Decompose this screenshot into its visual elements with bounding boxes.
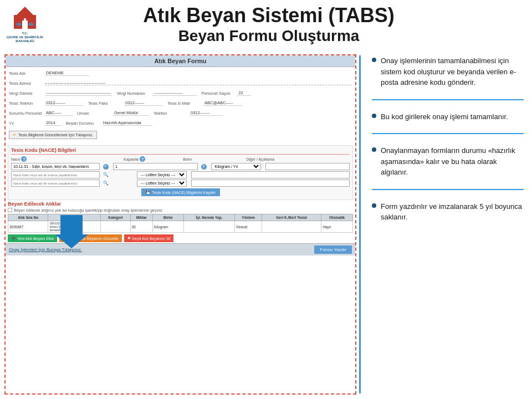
td-yontem: İhracat <box>235 221 262 233</box>
kapasite-help-icon-1[interactable]: ? <box>201 164 207 170</box>
no-atik-checkbox[interactable] <box>8 208 12 212</box>
diger-input-3[interactable] <box>191 180 350 187</box>
td-kategori <box>101 221 130 233</box>
vergi-dairesi-label: Vergi Dairesi <box>9 91 45 96</box>
separator-1 <box>372 99 524 100</box>
bullet-text-1: Onay işlemlerinin tamamlanabilmesi için … <box>381 55 524 88</box>
diger-input-1[interactable] <box>265 163 350 170</box>
title-line2: Beyan Formu Oluşturma <box>50 27 488 45</box>
arrow-head <box>55 234 88 248</box>
birim-select-1[interactable]: Kilogram / Yıl <box>211 163 261 170</box>
form-panel: Atık Beyan Formu Tesis Adı DENEME Tesis … <box>4 54 356 395</box>
bullet-dot-2 <box>372 114 376 118</box>
bullet-dot-1 <box>372 58 376 62</box>
nace-header-row: Nace ? Kapasite ? Birim Diğer / Açıklama <box>11 156 350 162</box>
nace-search-row3: 🔍 --- Lütfen Seçiniz --- <box>11 180 350 187</box>
th-miktar: Miktar <box>130 214 152 221</box>
th-isl-nerede: İşl. Nerede Yap. <box>183 214 235 221</box>
yil-row: Yıl 2014 Beyan Durumu Hazırlık Aşamasınd… <box>9 119 352 127</box>
tesis-update-button[interactable]: ✏ Tesis Bilgilerini Güncellemek İçin Tık… <box>9 131 97 139</box>
nace-input-1[interactable] <box>11 163 100 170</box>
update-btn-row: ✏ Tesis Bilgilerini Güncellemek İçin Tık… <box>9 129 352 141</box>
nace-search-input-3[interactable] <box>11 180 100 187</box>
th-yontem: Yöntem <box>235 214 262 221</box>
tesis-adresi-row: Tesis Adresi ---------------------------… <box>9 79 352 88</box>
delete-btn-label: Seçili Atık Beyanını Sil <box>132 237 171 241</box>
sorumlu-row: Sorumlu Personel ABC----- Unvan Genel Mü… <box>9 109 352 117</box>
birim-select-2[interactable]: --- Lütfen Seçiniz --- <box>137 171 187 178</box>
bullet-text-3: Onaylanmayan formların durumu «hazırlık … <box>381 145 524 178</box>
save-nace-button[interactable]: 💾 Tesis Kodu (NACE) Bilgilerini Kaydet <box>141 188 220 196</box>
beyan-section-title: Beyan Edilecek Atıklar <box>8 201 353 207</box>
nace-search-input-2[interactable] <box>11 171 100 178</box>
tesis-fields-section: Tesis Adı DENEME Tesis Adresi ----------… <box>6 67 355 144</box>
nace-search-row2: 🔍 --- Lütfen Seçiniz --- <box>11 171 350 178</box>
main-title-area: Atık Beyan Sistemi (TABS) Beyan Formu Ol… <box>50 4 532 45</box>
bullet-item-4: Form yazdırılır ve imzalanarak 5 yıl boy… <box>372 201 524 223</box>
nace-data-row1: 🔍 ? Kilogram / Yıl <box>11 163 350 170</box>
svg-marker-3 <box>17 7 33 15</box>
search-icon-2: 🔍 <box>103 172 109 177</box>
birim-col-header: Birim <box>183 157 192 161</box>
nace-search-icon-1[interactable]: 🔍 <box>103 164 109 170</box>
delete-beyan-button[interactable]: ✖ Seçili Atık Beyanını Sil <box>124 234 174 242</box>
save-disk-icon: 💾 <box>146 190 151 195</box>
diger-col-header: Diğer / Açıklama <box>246 157 274 161</box>
yil-label: Yıl <box>9 121 45 126</box>
yil-value: 2014 <box>45 120 62 126</box>
vergi-numarasi-label: Vergi Numarası <box>116 91 152 96</box>
nace-col-header: Nace <box>11 157 20 161</box>
unvan-value: Genel Müdür <box>113 110 149 116</box>
unvan-label: Unvan <box>77 111 113 116</box>
kapasite-col-header: Kapasite <box>124 157 139 161</box>
vergi-dairesi-value: ----------------------------------------… <box>45 90 112 96</box>
td-isl-nerede <box>183 221 235 233</box>
logo-text: T.C. ÇEVRE VE ŞEHİRCİLİK BAKANLIĞI <box>7 32 43 44</box>
logo-icon <box>11 7 39 32</box>
sorumlu-personel-label: Sorumlu Personel <box>9 111 45 116</box>
th-sira-no: Atık Sıra No <box>8 214 48 221</box>
pencil-icon: ✏ <box>13 132 17 137</box>
sorumlu-personel-value: ABC----- <box>45 110 73 116</box>
svg-rect-4 <box>22 21 28 29</box>
checkbox-row: Beyan edilecek atığınız yok ise kutucuğu… <box>8 208 353 212</box>
print-button[interactable]: Formu Yazdır <box>314 245 352 254</box>
nace-help-icon[interactable]: ? <box>21 156 27 162</box>
vergi-row: Vergi Dairesi --------------------------… <box>9 89 352 98</box>
content-area: Atık Beyan Formu Tesis Adı DENEME Tesis … <box>0 50 532 399</box>
blue-down-arrow <box>55 215 88 248</box>
right-panel: Onay işlemlerinin tamamlanabilmesi için … <box>364 50 532 399</box>
td-miktar: 30 <box>130 221 152 233</box>
tesis-adi-label: Tesis Adı <box>9 71 45 76</box>
x-icon: ✖ <box>127 236 131 241</box>
separator-2 <box>372 133 524 134</box>
checkbox-text: Beyan edilecek atığınız yok ise kutucuğu… <box>14 208 163 212</box>
td-geri <box>262 221 321 233</box>
kapasite-input-1[interactable] <box>113 163 198 170</box>
arrow-body <box>60 215 83 234</box>
bullet-item-3: Onaylanmayan formların durumu «hazırlık … <box>372 145 524 178</box>
save-nace-btn-label: Tesis Kodu (NACE) Bilgilerini Kaydet <box>152 191 216 195</box>
kapasite-help-icon[interactable]: ? <box>140 156 145 162</box>
tesis-faks-value: 0312------- <box>124 100 163 106</box>
tesis-adi-row: Tesis Adı DENEME <box>9 69 352 78</box>
tesis-telefon-label: Tesis Telefon <box>9 101 45 106</box>
tesis-faks-label: Tesis Faks <box>88 101 124 106</box>
vertical-divider <box>359 55 361 393</box>
update-btn-label: Tesis Bilgilerini Güncellemek İçin Tıkla… <box>18 133 93 137</box>
tesis-email-label: Tesis E-Mail <box>167 101 203 106</box>
td-otomatik: Hayır <box>321 221 353 233</box>
birim-select-3[interactable]: --- Lütfen Seçiniz --- <box>137 180 187 187</box>
telefon-faks-row: Tesis Telefon 0312------- Tesis Faks 031… <box>9 99 352 108</box>
nace-section: Tesis Kodu (NACE) Bilgileri Nace ? Kapas… <box>8 145 353 200</box>
tesis-telefon-value: 0312------- <box>45 100 84 106</box>
beyan-durumu-value: Hazırlık Aşamasında <box>102 120 152 126</box>
action-buttons-row: ➕ Yeni Atık Beyanı Ekle 🔄 Seçili Atık Be… <box>8 234 353 242</box>
th-otomatik: Otomatik <box>321 214 353 221</box>
diger-input-2[interactable] <box>191 171 350 178</box>
personel-sayisi-value: 22 <box>237 90 251 96</box>
bullet-dot-4 <box>372 203 376 208</box>
personel-sayisi-label: Personel Sayısı <box>201 91 237 96</box>
form-title: Atık Beyan Formu <box>154 58 206 64</box>
add-atik-button[interactable]: ➕ Yeni Atık Beyanı Ekle <box>8 234 57 242</box>
